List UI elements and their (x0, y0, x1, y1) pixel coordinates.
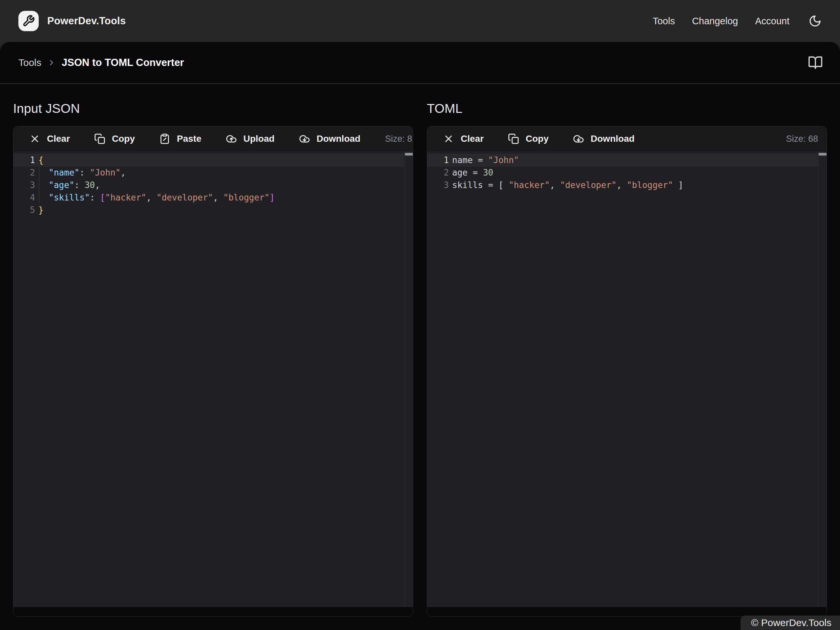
brand-name: PowerDev.Tools (47, 15, 126, 27)
indent-guide (39, 166, 39, 204)
page-title: JSON to TOML Converter (62, 57, 184, 69)
json-code-editor[interactable]: 1{2 "name": "John",3 "age": 30,4 "skills… (13, 151, 413, 607)
toml-panel: Clear Copy Download (427, 126, 827, 617)
panel-bottom-strip (427, 607, 827, 616)
toml-code-editor[interactable]: 1name = "John"2age = 303skills = [ "hack… (427, 151, 827, 607)
code-text: skills = [ "hacker", "developer", "blogg… (449, 179, 683, 191)
input-toolbar: Clear Copy Paste (13, 126, 413, 151)
nav-link-account[interactable]: Account (755, 16, 789, 27)
breadcrumb: Tools JSON to TOML Converter (0, 42, 840, 84)
copy-button[interactable]: Copy (508, 133, 549, 144)
book-open-icon[interactable] (808, 55, 823, 70)
input-json-section: Input JSON Clear Co (13, 84, 413, 617)
cloud-download-icon (299, 133, 310, 144)
output-toolbar: Clear Copy Download (427, 126, 827, 151)
line-number: 2 (427, 166, 449, 179)
line-number: 5 (13, 204, 35, 216)
line-number: 4 (13, 191, 35, 204)
paste-button[interactable]: Paste (159, 133, 202, 144)
navbar-links: Tools Changelog Account (653, 14, 822, 28)
code-text: age = 30 (449, 166, 493, 179)
copy-button[interactable]: Copy (94, 133, 135, 144)
upload-button[interactable]: Upload (226, 133, 275, 144)
copy-icon (94, 133, 105, 144)
scrollbar-thumb[interactable] (405, 153, 413, 156)
download-label: Download (591, 134, 635, 144)
input-json-heading: Input JSON (13, 101, 413, 116)
main-container: Tools JSON to TOML Converter Input JSON (0, 42, 840, 630)
top-navbar: PowerDev.Tools Tools Changelog Account (0, 0, 840, 42)
code-text: "age": 30, (35, 179, 100, 191)
download-button[interactable]: Download (299, 133, 361, 144)
footer-copyright: © PowerDev.Tools (741, 616, 840, 630)
copy-label: Copy (526, 134, 549, 144)
paste-label: Paste (177, 134, 202, 144)
code-text: { (35, 154, 44, 166)
code-line: 2age = 30 (427, 166, 818, 179)
code-text: "skills": ["hacker", "developer", "blogg… (35, 191, 275, 204)
wrench-icon (22, 15, 35, 27)
x-icon (443, 133, 454, 144)
brand-home-link[interactable]: PowerDev.Tools (18, 11, 126, 31)
editor-scrollbar (404, 151, 413, 607)
panel-bottom-strip (13, 607, 413, 616)
clear-label: Clear (47, 134, 70, 144)
upload-label: Upload (243, 134, 275, 144)
clear-button[interactable]: Clear (29, 133, 70, 144)
code-text: } (35, 204, 44, 216)
cloud-download-icon (573, 133, 584, 144)
input-size-indicator: Size: 8 (385, 134, 413, 144)
toml-heading: TOML (427, 101, 827, 116)
line-number: 2 (13, 166, 35, 179)
clear-button[interactable]: Clear (443, 133, 484, 144)
code-line: 1name = "John" (427, 154, 818, 166)
chevron-right-icon (47, 58, 56, 67)
line-number: 3 (427, 179, 449, 191)
moon-icon[interactable] (808, 14, 822, 28)
cloud-upload-icon (226, 133, 237, 144)
download-label: Download (317, 134, 361, 144)
code-line: 5} (13, 204, 404, 216)
code-line: 2 "name": "John", (13, 166, 404, 179)
code-text: "name": "John", (35, 166, 126, 179)
toml-output-section: TOML Clear Copy (427, 84, 827, 617)
scrollbar-thumb[interactable] (819, 153, 827, 156)
output-size-indicator: Size: 68 (786, 134, 827, 144)
line-number: 1 (13, 154, 35, 166)
code-text: name = "John" (449, 154, 519, 166)
line-number: 1 (427, 154, 449, 166)
breadcrumb-tools-link[interactable]: Tools (18, 57, 41, 68)
copy-icon (508, 133, 519, 144)
input-json-panel: Clear Copy Paste (13, 126, 413, 617)
clipboard-paste-icon (159, 133, 170, 144)
x-icon (29, 133, 40, 144)
code-line: 3skills = [ "hacker", "developer", "blog… (427, 179, 818, 191)
code-line: 1{ (13, 154, 404, 166)
code-line: 4 "skills": ["hacker", "developer", "blo… (13, 191, 404, 204)
clear-label: Clear (461, 134, 484, 144)
logo (18, 11, 39, 31)
editor-scrollbar (818, 151, 827, 607)
download-button[interactable]: Download (573, 133, 635, 144)
converter-content: Input JSON Clear Co (0, 84, 840, 617)
line-number: 3 (13, 179, 35, 191)
nav-link-changelog[interactable]: Changelog (692, 16, 738, 27)
nav-link-tools[interactable]: Tools (653, 16, 675, 27)
copy-label: Copy (112, 134, 135, 144)
code-line: 3 "age": 30, (13, 179, 404, 191)
